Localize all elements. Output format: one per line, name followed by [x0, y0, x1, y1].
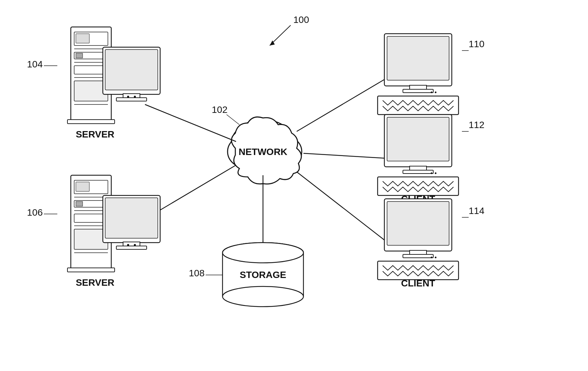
svg-rect-34: [116, 98, 147, 101]
svg-text:100: 100: [293, 14, 309, 25]
svg-point-36: [134, 96, 136, 98]
ref-114: 114: [469, 206, 484, 216]
ref-104: 104: [27, 59, 43, 69]
svg-rect-66: [387, 36, 449, 80]
svg-point-55: [134, 244, 136, 246]
svg-point-35: [127, 96, 129, 98]
svg-rect-24: [76, 53, 83, 58]
client-3: [378, 199, 459, 280]
svg-point-86: [431, 257, 433, 258]
ref-108: 108: [189, 268, 205, 278]
ref-106: 106: [27, 207, 43, 218]
storage: STORAGE: [223, 243, 303, 307]
ref-112: 112: [469, 120, 484, 130]
svg-rect-43: [76, 202, 83, 206]
svg-rect-74: [387, 117, 449, 161]
svg-rect-76: [403, 170, 433, 174]
svg-point-61: [223, 286, 303, 307]
svg-rect-49: [67, 268, 115, 272]
client-2: [378, 115, 459, 195]
svg-rect-53: [116, 246, 147, 249]
svg-rect-84: [403, 254, 433, 258]
svg-text:STORAGE: STORAGE: [240, 270, 286, 280]
client-1: [378, 34, 459, 115]
svg-rect-40: [76, 182, 89, 191]
ref-102: 102: [212, 104, 228, 115]
svg-text:NETWORK: NETWORK: [239, 147, 288, 157]
svg-point-70: [431, 92, 433, 93]
svg-point-87: [435, 257, 437, 258]
svg-rect-82: [387, 202, 449, 245]
svg-point-71: [435, 92, 437, 93]
svg-point-62: [223, 243, 303, 263]
svg-rect-30: [67, 120, 115, 124]
ref-110: 110: [469, 39, 484, 49]
svg-rect-32: [105, 50, 158, 90]
server1-label: SERVER: [76, 129, 115, 140]
svg-rect-51: [105, 198, 158, 238]
svg-rect-68: [403, 89, 433, 93]
svg-rect-21: [76, 34, 89, 43]
svg-point-78: [431, 173, 433, 174]
server2-label: SERVER: [76, 277, 115, 288]
svg-point-54: [127, 244, 129, 246]
svg-point-79: [435, 173, 437, 174]
client3-label: CLIENT: [401, 278, 435, 288]
